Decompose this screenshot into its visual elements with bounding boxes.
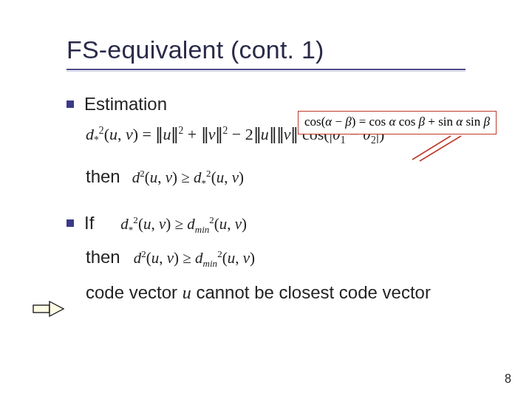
callout-formula: cos(α − β) = cos α cos β + sin α sin β	[304, 115, 490, 129]
svg-line-1	[420, 136, 461, 161]
callout-formula-box: cos(α − β) = cos α cos β + sin α sin β	[298, 111, 497, 134]
bullet-square-icon	[66, 100, 74, 108]
bullet-2: If d*2(u, v) ≥ dmin2(u, v)	[66, 210, 488, 237]
conclusion-post: cannot be closest code vector	[191, 282, 431, 302]
if-word: If	[84, 210, 94, 236]
callout-connector	[411, 134, 461, 163]
svg-line-0	[412, 136, 451, 160]
title-block: FS-equivalent (cont. 1)	[66, 35, 488, 70]
page-number: 8	[505, 372, 511, 386]
equation-ineq2: d*2(u, v) ≥ dmin2(u, v)	[120, 213, 247, 237]
equation-ineq1: d2(u, v) ≥ d*2(u, v)	[132, 166, 244, 191]
svg-marker-3	[50, 301, 64, 316]
slide: FS-equivalent (cont. 1) cos(α − β) = cos…	[0, 0, 532, 399]
bullet-2-block: If d*2(u, v) ≥ dmin2(u, v) then d2(u, v)…	[66, 210, 488, 307]
page-title: FS-equivalent (cont. 1)	[66, 35, 488, 64]
conclusion-pre: code vector	[86, 282, 183, 302]
then-word-2: then	[86, 244, 120, 270]
then-row-2: then d2(u, v) ≥ dmin2(u, v)	[86, 244, 488, 271]
then-row-1: then d2(u, v) ≥ d*2(u, v)	[86, 163, 488, 191]
then-word-1: then	[86, 163, 120, 190]
svg-rect-2	[33, 305, 50, 313]
title-underline	[66, 69, 466, 70]
conclusion-text: code vector u cannot be closest code vec…	[86, 279, 470, 307]
equation-ineq3: d2(u, v) ≥ dmin2(u, v)	[134, 247, 255, 271]
conclusion-var: u	[183, 283, 191, 302]
arrow-right-icon	[33, 300, 65, 318]
bullet-square-icon	[66, 219, 74, 227]
bullet-1-label: Estimation	[84, 91, 167, 117]
